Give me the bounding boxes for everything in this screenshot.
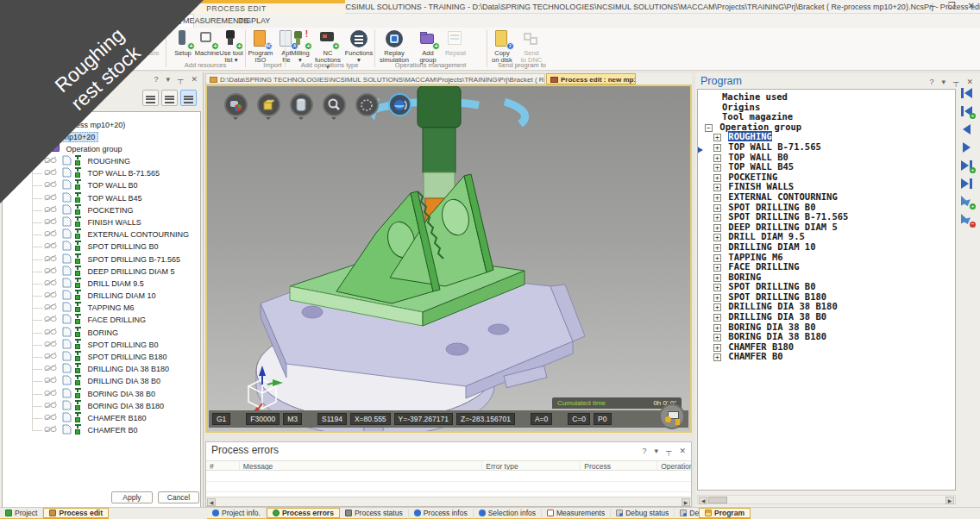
list-view-medium-button[interactable] <box>161 90 178 106</box>
info-tab[interactable]: Project info. <box>207 509 267 519</box>
cylinder-display-button[interactable] <box>288 93 314 120</box>
process-edit-tab[interactable]: Process edit : new mp10+20 <box>546 73 636 84</box>
expand-plus-icon[interactable]: + <box>713 234 721 241</box>
column-operation[interactable]: Operation <box>657 461 691 470</box>
visibility-eye-icon[interactable] <box>44 179 57 187</box>
visibility-eye-icon[interactable] <box>44 327 57 335</box>
milling-button[interactable]: ! + Milling ▾ <box>286 29 315 64</box>
info-tab[interactable]: Debug status <box>611 509 675 519</box>
operation-tree-item[interactable]: CHAMFER B0 <box>3 424 200 436</box>
use-tool-list-button[interactable]: + Use tool list ▾ <box>217 29 246 64</box>
scroll-right-icon[interactable]: ▶ <box>682 498 690 506</box>
copy-on-disk-button[interactable]: 2 Copy on disk <box>487 29 517 64</box>
close-button[interactable]: ✕ <box>968 1 975 10</box>
list-view-detail-button[interactable] <box>180 90 197 106</box>
dropdown-caret-icon[interactable] <box>233 117 238 120</box>
panel-menu-icon[interactable]: ▾ <box>655 447 659 455</box>
dropdown-caret-icon[interactable] <box>298 117 304 120</box>
panel-close-icon[interactable]: ✕ <box>966 78 973 86</box>
program-tree-operation[interactable]: + CHAMFER B0 <box>698 352 955 362</box>
send-to-dnc-button[interactable]: Send to DNC <box>517 29 546 64</box>
expand-plus-icon[interactable]: + <box>713 184 721 191</box>
program-window-tab[interactable]: Program <box>699 508 751 519</box>
project-file-tab[interactable]: D:\Data\SPRING TECHNOLOGIES\NCSIMUL SOLU… <box>205 73 545 84</box>
expand-plus-icon[interactable]: + <box>713 353 721 361</box>
expand-plus-icon[interactable]: + <box>713 324 721 332</box>
apply-button[interactable]: Apply <box>111 491 153 503</box>
expand-plus-icon[interactable]: + <box>713 204 721 212</box>
expand-plus-icon[interactable]: + <box>713 314 721 322</box>
column-process[interactable]: Process <box>581 461 657 470</box>
workspace-tab[interactable]: Project <box>0 509 43 519</box>
tab-display[interactable]: DISPLAY <box>226 14 282 28</box>
expand-plus-icon[interactable]: + <box>713 274 721 282</box>
expand-plus-icon[interactable]: + <box>713 294 721 302</box>
info-tab[interactable]: Measurements <box>542 509 611 519</box>
panel-help-icon[interactable]: ? <box>930 78 934 86</box>
visibility-eye-icon[interactable] <box>44 363 57 371</box>
scroll-left-icon[interactable]: ◀ <box>699 497 707 504</box>
panel-pin-icon[interactable]: ┬ <box>953 78 958 86</box>
dropdown-caret-icon[interactable] <box>266 117 271 120</box>
scroll-right-icon[interactable]: ▶ <box>945 497 954 504</box>
zoom-button[interactable] <box>321 93 347 120</box>
workspace-tab[interactable]: Process edit <box>43 508 109 519</box>
program-iso-button[interactable]: NC Program ISO <box>246 29 275 64</box>
info-tab[interactable]: Process status <box>340 509 409 519</box>
visibility-eye-icon[interactable] <box>44 266 57 273</box>
dropdown-caret-icon[interactable] <box>331 117 336 120</box>
go-last-icon[interactable] <box>960 178 974 190</box>
expand-plus-icon[interactable]: + <box>713 224 721 232</box>
visibility-eye-icon[interactable] <box>44 192 57 200</box>
expand-plus-icon[interactable]: + <box>713 214 721 222</box>
expand-plus-icon[interactable]: + <box>713 303 721 311</box>
program-horizontal-scrollbar[interactable]: ◀ ▶ <box>697 495 956 504</box>
go-first-add-icon[interactable]: + <box>960 105 974 117</box>
visibility-eye-icon[interactable] <box>44 412 57 420</box>
expand-plus-icon[interactable]: + <box>713 154 721 162</box>
pick-add-icon[interactable]: + <box>960 196 974 208</box>
visibility-eye-icon[interactable] <box>44 424 57 432</box>
list-view-small-button[interactable] <box>142 90 159 106</box>
info-tab[interactable]: Selection infos <box>474 509 542 519</box>
expand-plus-icon[interactable]: + <box>713 144 721 152</box>
panel-menu-icon[interactable]: ▾ <box>166 75 171 84</box>
info-tab[interactable]: Process errors <box>267 508 340 519</box>
simulation-mode-button[interactable] <box>386 93 412 120</box>
panel-pin-icon[interactable]: ┬ <box>666 447 671 455</box>
visibility-eye-icon[interactable] <box>44 302 57 310</box>
repeat-button[interactable]: Repeat <box>441 29 470 57</box>
restore-button[interactable]: ❐ <box>948 1 956 10</box>
expand-plus-icon[interactable]: + <box>713 334 721 341</box>
expand-plus-icon[interactable]: + <box>713 194 721 202</box>
panel-help-icon[interactable]: ? <box>643 447 647 455</box>
play-forward-icon[interactable] <box>960 141 974 153</box>
column-error-type[interactable]: Error type <box>482 461 581 470</box>
pick-remove-icon[interactable]: − <box>960 214 974 226</box>
visibility-eye-icon[interactable] <box>44 204 57 212</box>
panel-close-icon[interactable]: ✕ <box>679 447 686 455</box>
visibility-eye-icon[interactable] <box>44 167 57 175</box>
visibility-eye-icon[interactable] <box>44 351 57 359</box>
visibility-eye-icon[interactable] <box>44 314 57 322</box>
functions-button[interactable]: Functions ▾ <box>344 29 374 64</box>
machine-status-icon[interactable] <box>659 403 685 429</box>
visibility-eye-icon[interactable] <box>44 400 57 408</box>
stock-display-button[interactable] <box>255 93 281 120</box>
step-forward-add-icon[interactable]: + <box>960 159 974 172</box>
expand-plus-icon[interactable]: + <box>713 244 721 252</box>
scroll-left-icon[interactable]: ◀ <box>207 498 216 506</box>
visibility-eye-icon[interactable] <box>44 388 57 396</box>
expand-plus-icon[interactable]: + <box>713 174 721 182</box>
column-number[interactable]: # <box>206 461 240 470</box>
visibility-eye-icon[interactable] <box>44 241 57 248</box>
visibility-eye-icon[interactable] <box>44 290 57 297</box>
expand-plus-icon[interactable]: + <box>713 164 721 172</box>
visibility-eye-icon[interactable] <box>44 253 57 261</box>
minimize-button[interactable]: – <box>931 1 936 10</box>
panel-close-icon[interactable]: ✕ <box>191 75 198 84</box>
play-backward-icon[interactable] <box>960 123 974 135</box>
replay-simulation-button[interactable]: Replay simulation <box>375 29 413 64</box>
panel-pin-icon[interactable]: ┬ <box>178 75 183 84</box>
scrollbar-thumb[interactable] <box>708 497 727 503</box>
